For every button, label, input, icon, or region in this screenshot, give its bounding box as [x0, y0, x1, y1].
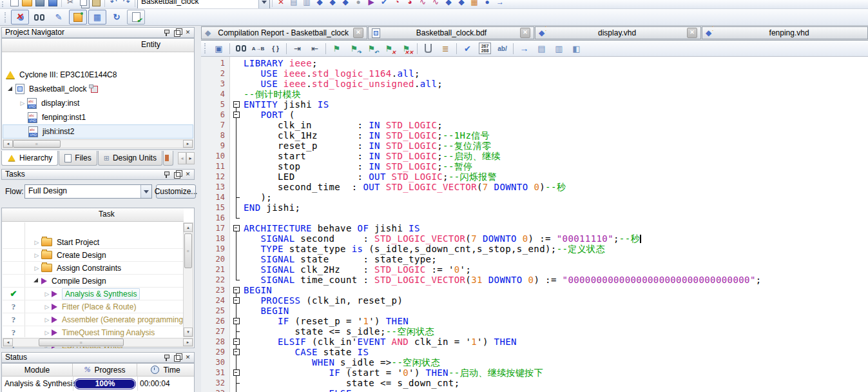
toolbar-grip[interactable]: [204, 43, 207, 54]
bookmark-prev-button[interactable]: ⚑↶: [363, 41, 380, 55]
code-line[interactable]: 17ARCHITECTURE behave OF jishi IS: [201, 223, 868, 233]
pin-planner-button[interactable]: ▦: [88, 10, 106, 24]
pane-view-3-button[interactable]: ◧: [568, 41, 584, 55]
customize-button[interactable]: Customize...: [156, 184, 196, 199]
timing-clock-2-icon[interactable]: ◕: [403, 0, 416, 8]
close-icon[interactable]: ✕: [183, 353, 193, 362]
cut-icon[interactable]: ✂: [64, 0, 77, 8]
file-properties-button[interactable]: ▣: [211, 41, 227, 55]
restore-icon[interactable]: [172, 28, 182, 37]
scroll-left-icon[interactable]: ◂: [3, 338, 13, 346]
tab-design-units[interactable]: ⊞Design Units: [98, 151, 162, 166]
code-line[interactable]: 30 WHEN s_idle =>--空闲状态: [201, 357, 868, 368]
code-line[interactable]: 13 second_time : OUT STD_LOGIC_VECTOR(7 …: [201, 182, 868, 192]
pin-icon[interactable]: [161, 170, 171, 179]
project-combo[interactable]: Basketball_clock: [137, 0, 270, 9]
combo-dropdown-icon[interactable]: [258, 0, 269, 8]
code-line[interactable]: 21 SIGNAL clk_2Hz : STD_LOGIC := '0';: [201, 264, 868, 275]
navigator-hscrollbar[interactable]: ◂ ≡ ▸: [3, 139, 193, 148]
close-tab-icon[interactable]: ✕: [353, 28, 363, 38]
bookmark-next-button[interactable]: ⚑↷: [346, 41, 362, 55]
code-line[interactable]: 8 clk_1Hz : IN STD_LOGIC;--1Hz信号: [201, 130, 868, 141]
progress-column-header[interactable]: % Progress: [73, 364, 137, 377]
close-tab-icon[interactable]: ✕: [520, 28, 530, 38]
tree-item[interactable]: ▷display:inst: [3, 96, 193, 110]
code-line[interactable]: 2 USE ieee.std_logic_1164.all;: [201, 68, 868, 79]
tabs-scroll-right-icon[interactable]: ▸: [186, 152, 195, 164]
gem-netlist-icon[interactable]: ◆: [442, 0, 455, 8]
editor-tab[interactable]: ◆fenping.vhd: [702, 26, 868, 39]
scroll-thumb[interactable]: ≡: [13, 140, 61, 148]
fold-collapse-icon[interactable]: [233, 318, 240, 324]
code-line[interactable]: 7 clk_in : IN STD_LOGIC;: [201, 120, 868, 130]
open-file-icon[interactable]: [21, 0, 34, 8]
code-line[interactable]: 18 SIGNAL second : STD_LOGIC_VECTOR(7 DO…: [201, 233, 868, 244]
bookmark-toggle-button[interactable]: ⚑: [329, 41, 345, 55]
waveform-1-icon[interactable]: ∿: [416, 0, 429, 8]
scroll-right-icon[interactable]: ▸: [183, 338, 193, 346]
new-file-icon[interactable]: [8, 0, 21, 8]
toolbar-grip[interactable]: [2, 0, 5, 7]
goto-button[interactable]: →: [516, 41, 532, 55]
editor-tab[interactable]: ◆Compilation Report - Basketball_clock✕: [201, 26, 367, 39]
tab-partial[interactable]: [163, 151, 173, 166]
waveform-2-icon[interactable]: ∿: [429, 0, 442, 8]
module-column-header[interactable]: Module: [2, 364, 73, 377]
expander-collapsed-icon[interactable]: ▷: [43, 329, 52, 336]
code-line[interactable]: 27 state <= s_idle;--空闲状态: [201, 326, 868, 337]
compile-gem-1-icon[interactable]: ◆: [313, 0, 326, 8]
expander-collapsed-icon[interactable]: ▷: [43, 291, 52, 297]
stop-cross-icon[interactable]: ✕: [275, 0, 287, 8]
expander-expanded-icon[interactable]: [8, 86, 12, 91]
text-editor-button[interactable]: ✎: [50, 10, 68, 24]
pane-view-2-button[interactable]: ▥: [551, 41, 567, 55]
expander-collapsed-icon[interactable]: ▷: [18, 100, 27, 106]
code-line[interactable]: 11 stop : IN STD_LOGIC;--暂停: [201, 161, 868, 172]
tree-item[interactable]: jishi:inst2: [3, 124, 193, 139]
code-line[interactable]: 33 ELSE: [201, 388, 868, 392]
fold-collapse-icon[interactable]: [233, 369, 240, 376]
code-line[interactable]: 4--倒计时模块: [201, 89, 868, 99]
timing-clock-1-icon[interactable]: ◔: [391, 0, 403, 8]
restore-icon[interactable]: [172, 170, 182, 179]
page-two-icon[interactable]: ▥: [300, 0, 313, 8]
fold-collapse-icon[interactable]: [233, 349, 240, 355]
expander-collapsed-icon[interactable]: ▷: [32, 265, 41, 271]
help-arrow-icon[interactable]: →: [494, 0, 506, 8]
code-line[interactable]: 9 reset_p : IN STD_LOGIC;--复位清零: [201, 141, 868, 151]
report-check-button[interactable]: [127, 10, 145, 24]
scroll-right-icon[interactable]: ▸: [183, 140, 193, 148]
redo-icon[interactable]: ↷: [120, 0, 133, 8]
run-analysis-icon[interactable]: ▶: [365, 0, 378, 8]
navigator-column-header[interactable]: Entity: [2, 39, 194, 52]
tasks-vscrollbar[interactable]: ▴ ≡ ▾: [183, 222, 193, 337]
tab-hierarchy[interactable]: Hierarchy: [1, 151, 58, 166]
restore-icon[interactable]: [172, 353, 182, 362]
indent-button[interactable]: ⇥: [289, 41, 305, 55]
flow-combo[interactable]: Full Design: [24, 184, 152, 199]
code-line[interactable]: 3 USE ieee.std_logic_unsigned.all;: [201, 79, 868, 89]
code-line[interactable]: 31 IF (start = '0') THEN--启动、继续按键按下: [201, 368, 868, 378]
expander-collapsed-icon[interactable]: ▷: [43, 304, 52, 310]
undo-icon[interactable]: ↶: [107, 0, 120, 8]
expander-expanded-icon[interactable]: [34, 278, 38, 282]
tree-item[interactable]: Cyclone III: EP3C10E144C8: [3, 68, 193, 82]
compile-gem-2-icon[interactable]: ◆: [326, 0, 339, 8]
toolbar-grip[interactable]: [5, 12, 8, 23]
save-all-icon[interactable]: [46, 0, 59, 8]
match-brace-button[interactable]: { }: [267, 41, 284, 55]
pin-icon[interactable]: [161, 353, 171, 362]
code-line[interactable]: 6 PORT (: [201, 110, 868, 120]
tree-item[interactable]: Basketball_clock: [3, 82, 193, 96]
paste-icon[interactable]: [90, 0, 102, 8]
syntax-check-button[interactable]: ✔: [459, 41, 476, 55]
tasks-hscrollbar[interactable]: ◂ ≡ ▸: [3, 338, 193, 347]
line-count-button[interactable]: 267 268: [477, 41, 493, 55]
tree-item[interactable]: fenping:inst1: [3, 110, 193, 124]
code-line[interactable]: 29 CASE state IS: [201, 347, 868, 357]
replace-button[interactable]: A→B: [250, 41, 266, 55]
save-icon[interactable]: [34, 0, 46, 8]
scroll-up-icon[interactable]: ▴: [184, 223, 193, 232]
editor-tab[interactable]: ◆display.vhd✕: [535, 26, 701, 39]
task-row[interactable]: ?▷Fitter (Place & Route): [3, 300, 183, 313]
